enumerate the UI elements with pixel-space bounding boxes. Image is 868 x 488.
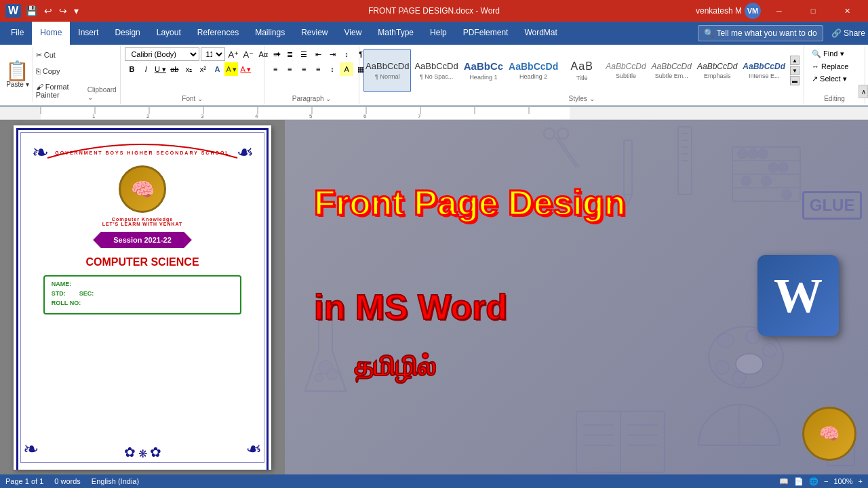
save-icon[interactable]: 💾 [24,5,39,16]
style-normal[interactable]: AaBbCcDd ¶ Normal [363,49,411,92]
sort-button[interactable]: ↕ [340,47,353,61]
tab-view[interactable]: View [336,22,370,45]
tell-me-input[interactable]: 🔍 Tell me what you want to do [698,25,823,41]
print-layout-icon[interactable]: 📄 [794,477,804,486]
find-button[interactable]: 🔍 Find ▾ [808,47,848,60]
multilevel-button[interactable]: ☰ [297,47,311,61]
decrease-font-button[interactable]: A⁻ [241,47,255,61]
style-emphasis[interactable]: AaBbCcDd Emphasis [695,49,739,92]
copy-button[interactable]: ⎘ Copy [36,67,85,75]
svg-point-54 [768,163,778,172]
bullets-button[interactable]: ≡ [269,47,282,61]
web-layout-icon[interactable]: 🌐 [809,477,818,486]
read-mode-icon[interactable]: 📖 [779,477,789,486]
word-count: 0 words [54,477,81,485]
corner-flourish-br: ❧ [246,438,262,460]
svg-point-35 [327,369,338,380]
font-color-button[interactable]: A ▾ [239,62,252,76]
glue-label: GLUE [802,191,863,220]
tab-design[interactable]: Design [106,22,148,45]
tab-mailings[interactable]: Mailings [247,22,293,45]
thumbnail-title-main: Front Page Design [314,184,781,222]
tab-home[interactable]: Home [32,22,70,45]
svg-point-34 [315,373,323,382]
zoom-level: 100% [833,477,852,485]
select-button[interactable]: ↗ Select ▾ [808,73,850,85]
line-spacing-button[interactable]: ↕ [326,62,339,76]
undo-icon[interactable]: ↩ [42,5,54,16]
style-subtle-emphasis[interactable]: AaBbCcDd Subtle Em... [650,49,694,92]
style-heading1[interactable]: AaBbCc Heading 1 [462,49,505,92]
align-right-button[interactable]: ≡ [297,62,311,76]
numbering-button[interactable]: ≣ [283,47,296,61]
strikethrough-button[interactable]: ab [167,62,181,76]
subscript-button[interactable]: x₂ [182,62,195,76]
title-bar-left: W 💾 ↩ ↪ ▾ [5,4,81,18]
zoom-out-button[interactable]: − [824,477,828,485]
increase-indent-button[interactable]: ⇥ [326,47,339,61]
editing-group-label: Editing [824,94,845,102]
subject-title: COMPUTER SCIENCE [85,256,199,268]
tab-layout[interactable]: Layout [149,22,189,45]
std-row: STD: SEC: [52,290,233,297]
increase-font-button[interactable]: A⁺ [226,47,240,61]
font-row1: Calibri (Body) 11 A⁺ A⁻ Aα ✦ [125,47,285,61]
format-painter-button[interactable]: 🖌 Format Painter [36,83,85,99]
style-no-spacing[interactable]: AaBbCcDd ¶ No Spac... [412,49,460,92]
svg-rect-2 [41,107,570,119]
text-highlight-button[interactable]: A ▾ [224,62,238,76]
shading-button[interactable]: A [340,62,353,76]
tab-wordmat[interactable]: WordMat [516,22,565,45]
align-left-button[interactable]: ≡ [269,62,282,76]
thumbnail-title-sub: in MS Word [314,287,507,327]
font-size-selector[interactable]: 11 [201,47,225,61]
justify-button[interactable]: ≡ [311,62,325,76]
text-effects-button[interactable]: A [210,62,224,76]
styles-expand[interactable]: ▬ [790,76,800,85]
ruler: 1 2 3 4 5 6 7 [0,106,868,120]
styles-scroll-up[interactable]: ▲ [790,56,800,65]
clipboard-group: 📋 Paste ▾ ✂ Cut ⎘ Copy 🖌 Format Painter … [3,46,121,104]
tab-file[interactable]: File [3,22,32,45]
maximize-button[interactable]: □ [797,0,829,22]
school-logo: 🧠 [119,165,166,213]
styles-scroll: ▲ ▼ ▬ [790,56,800,85]
paste-button[interactable]: 📋 Paste ▾ [5,47,33,102]
close-button[interactable]: ✕ [831,0,863,22]
corner-flourish-tl: ❧ [23,135,57,169]
svg-text:GOVERNMENT BOYS HIGHER SECONDA: GOVERNMENT BOYS HIGHER SECONDARY SCHOOL [55,150,229,155]
tab-mathtype[interactable]: MathType [370,22,422,45]
style-intense-emphasis[interactable]: AaBbCcDd Intense E... [741,49,787,92]
share-button[interactable]: 🔗 Share [831,28,865,38]
tab-references[interactable]: References [189,22,247,45]
decrease-indent-button[interactable]: ⇤ [311,47,325,61]
style-subtitle[interactable]: AaBbCcDd Subtitle [604,49,648,92]
tab-review[interactable]: Review [293,22,336,45]
svg-point-58 [782,190,791,199]
style-heading2[interactable]: AaBbCcDd Heading 2 [507,49,560,92]
thumbnail-panel: INK Front Page Design in MS Word தமிழில்… [285,120,868,475]
font-family-selector[interactable]: Calibri (Body) [125,47,199,61]
more-icon[interactable]: ▾ [72,5,81,16]
ribbon-collapse-button[interactable]: ∧ [859,85,868,98]
tab-help[interactable]: Help [422,22,455,45]
styles-group-label: Styles ⌄ [569,94,595,102]
underline-button[interactable]: U ▾ [153,62,167,76]
italic-button[interactable]: I [139,62,153,76]
cut-button[interactable]: ✂ Cut [36,51,85,60]
tab-pdfelement[interactable]: PDFelement [455,22,517,45]
styles-scroll-down[interactable]: ▼ [790,66,800,75]
corner-flourish-bl: ❧ [23,438,39,460]
brain-icon: 🧠 [131,178,155,201]
tab-insert[interactable]: Insert [70,22,106,45]
superscript-button[interactable]: x² [196,62,210,76]
replace-button[interactable]: ↔ Replace [808,60,852,73]
minimize-button[interactable]: ─ [764,0,795,22]
align-center-button[interactable]: ≡ [283,62,296,76]
zoom-in-button[interactable]: + [859,477,863,485]
user-avatar: VM [745,3,761,19]
redo-icon[interactable]: ↪ [57,5,69,16]
bold-button[interactable]: B [125,62,138,76]
style-title[interactable]: AaB Title [561,49,602,92]
bottom-center-decoration: ✿ ❋ ✿ [124,438,161,460]
